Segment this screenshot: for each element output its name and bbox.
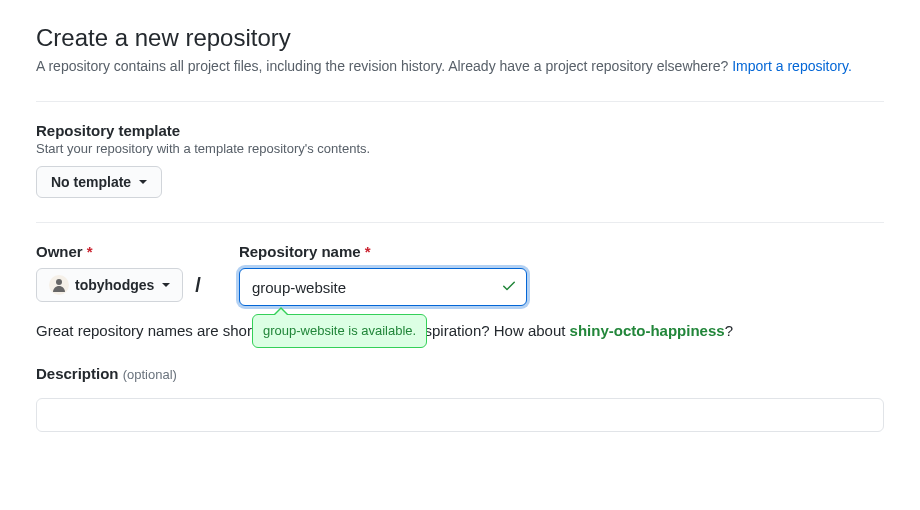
page-subtitle: A repository contains all project files,… [36, 56, 884, 77]
template-label: Repository template [36, 122, 884, 139]
divider [36, 101, 884, 102]
availability-popover: group-website is available. [252, 314, 427, 348]
chevron-down-icon [162, 283, 170, 287]
required-marker: * [87, 243, 93, 260]
description-input[interactable] [36, 398, 884, 432]
chevron-down-icon [139, 180, 147, 184]
description-label-text: Description [36, 365, 119, 382]
page-title: Create a new repository [36, 24, 884, 52]
name-suggestion[interactable]: shiny-octo-happiness [570, 322, 725, 339]
template-hint: Start your repository with a template re… [36, 141, 884, 156]
import-repository-link[interactable]: Import a repository. [732, 58, 852, 74]
template-select[interactable]: No template [36, 166, 162, 198]
svg-point-0 [56, 279, 62, 285]
owner-label-text: Owner [36, 243, 83, 260]
required-marker: * [365, 243, 371, 260]
subtitle-text: A repository contains all project files,… [36, 58, 732, 74]
hint-text-after: ? [725, 322, 733, 339]
avatar [49, 275, 69, 295]
owner-label: Owner * [36, 243, 203, 260]
description-label: Description (optional) [36, 365, 884, 382]
divider [36, 222, 884, 223]
optional-marker: (optional) [123, 367, 177, 382]
owner-username: tobyhodges [75, 277, 154, 293]
owner-select[interactable]: tobyhodges [36, 268, 183, 302]
slash-separator: / [195, 274, 201, 297]
person-icon [51, 277, 67, 293]
name-hint-row: Great repository names are short and mem… [36, 320, 884, 343]
repo-name-label: Repository name * [239, 243, 527, 260]
template-selected-value: No template [51, 174, 131, 190]
repo-name-label-text: Repository name [239, 243, 361, 260]
check-icon [501, 278, 517, 297]
repository-name-input[interactable] [239, 268, 527, 306]
